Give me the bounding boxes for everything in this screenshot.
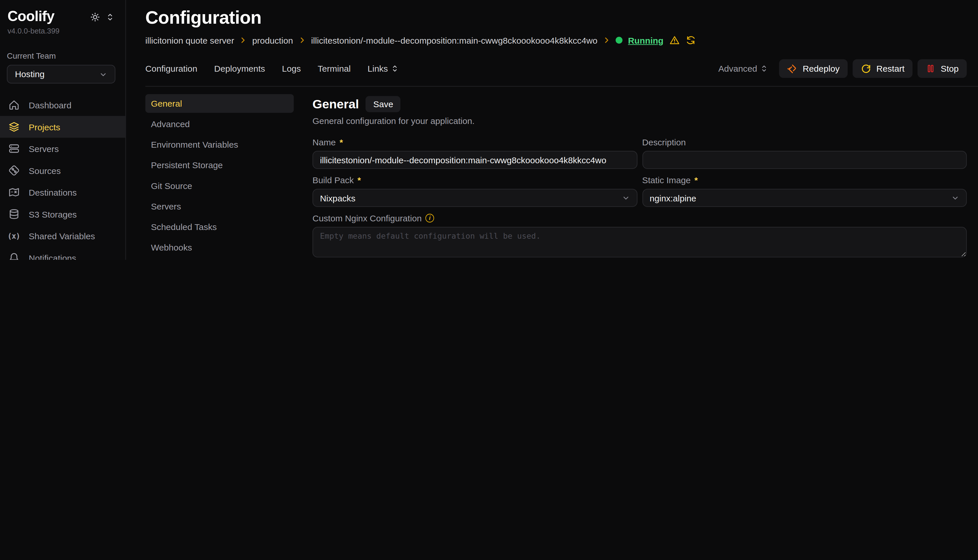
general-form: General Save General configuration for y… <box>313 96 967 260</box>
redeploy-icon <box>787 63 798 74</box>
breadcrumb-chevron-icon <box>298 36 306 44</box>
subnav-scheduled-tasks[interactable]: Scheduled Tasks <box>145 218 294 237</box>
chevron-down-icon <box>622 194 630 202</box>
database-icon <box>8 208 20 220</box>
breadcrumb-application[interactable]: illicitestonion/-module--decomposition:m… <box>311 35 597 45</box>
name-field: Name* <box>313 137 637 169</box>
refresh-icon[interactable] <box>685 35 696 46</box>
build-pack-field: Build Pack* Nixpacks <box>313 175 637 207</box>
save-button[interactable]: Save <box>366 96 401 112</box>
page-title: Configuration <box>145 8 967 28</box>
subnav-git-source[interactable]: Git Source <box>145 176 294 195</box>
stop-icon <box>926 63 936 74</box>
team-select-value: Hosting <box>15 69 45 79</box>
app-version: v4.0.0-beta.399 <box>0 27 125 35</box>
subnav-preview-deployments[interactable]: Preview Deployments <box>145 258 294 260</box>
coolify-app: Coolify v4.0.0-beta.399 Current Team Hos… <box>0 0 978 260</box>
current-team-label: Current Team <box>7 51 125 60</box>
chevron-down-icon <box>99 70 107 78</box>
subnav-persistent-storage[interactable]: Persistent Storage <box>145 156 294 175</box>
tab-terminal[interactable]: Terminal <box>318 63 351 74</box>
subnav-environment-variables[interactable]: Environment Variables <box>145 135 294 154</box>
app-logo: Coolify <box>8 8 54 25</box>
breadcrumb-chevron-icon <box>239 36 247 44</box>
main-area: Configuration illicitonion quote server … <box>127 0 978 260</box>
required-marker: * <box>358 175 361 185</box>
git-source-icon <box>8 164 20 177</box>
custom-nginx-textarea[interactable] <box>313 227 967 257</box>
static-image-field: Static Image* nginx:alpine <box>642 175 967 207</box>
sidebar-item-shared-variables[interactable]: (x) Shared Variables <box>0 225 125 247</box>
subnav-advanced[interactable]: Advanced <box>145 115 294 133</box>
tab-deployments[interactable]: Deployments <box>214 63 265 74</box>
breadcrumb-project[interactable]: illicitonion quote server <box>145 35 234 45</box>
description-input[interactable] <box>642 151 967 169</box>
subnav-webhooks[interactable]: Webhooks <box>145 238 294 257</box>
custom-nginx-field: Custom Nginx Configurationi <box>313 213 967 260</box>
breadcrumb-chevron-icon <box>602 36 610 44</box>
name-input[interactable] <box>313 151 637 169</box>
bell-icon <box>8 252 20 260</box>
section-subtitle: General configuration for your applicati… <box>313 116 967 126</box>
theme-sun-icon[interactable] <box>90 12 100 23</box>
sidebar-item-sources[interactable]: Sources <box>0 160 125 181</box>
sidebar-item-projects[interactable]: Projects <box>0 116 125 138</box>
sidebar-item-s3-storages[interactable]: S3 Storages <box>0 203 125 225</box>
layers-icon <box>8 120 20 133</box>
subnav-servers[interactable]: Servers <box>145 197 294 216</box>
sidebar: Coolify v4.0.0-beta.399 Current Team Hos… <box>0 0 126 260</box>
brand-row: Coolify <box>0 0 125 25</box>
required-marker: * <box>339 137 343 147</box>
sidebar-item-destinations[interactable]: Destinations <box>0 182 125 203</box>
tab-configuration[interactable]: Configuration <box>145 63 197 74</box>
static-image-select[interactable]: nginx:alpine <box>642 189 967 207</box>
tab-logs[interactable]: Logs <box>282 63 301 74</box>
restart-icon <box>861 63 872 74</box>
status-dot <box>616 37 623 43</box>
map-icon <box>8 186 20 198</box>
description-field: Description <box>642 137 967 169</box>
tab-links[interactable]: Links <box>368 63 398 74</box>
chevron-down-icon <box>951 194 959 202</box>
breadcrumb: illicitonion quote server production ill… <box>145 35 967 46</box>
sidebar-item-dashboard[interactable]: Dashboard <box>0 94 125 116</box>
selector-icon <box>391 64 398 73</box>
build-pack-select[interactable]: Nixpacks <box>313 189 637 207</box>
stop-button[interactable]: Stop <box>918 59 967 78</box>
sidebar-item-notifications[interactable]: Notifications <box>0 247 125 260</box>
status-running-link[interactable]: Running <box>628 35 664 45</box>
restart-button[interactable]: Restart <box>853 59 913 78</box>
breadcrumb-environment[interactable]: production <box>252 35 293 45</box>
sidebar-item-servers[interactable]: Servers <box>0 138 125 160</box>
settings-subnav: General Advanced Environment Variables P… <box>145 94 294 260</box>
redeploy-button[interactable]: Redeploy <box>779 59 848 78</box>
section-title: General <box>313 97 359 111</box>
home-icon <box>8 99 20 111</box>
team-select[interactable]: Hosting <box>7 65 115 83</box>
sidebar-nav: Dashboard Projects Servers Sources Desti… <box>0 94 125 260</box>
tab-bar: Configuration Deployments Logs Terminal … <box>145 59 967 78</box>
warning-icon[interactable] <box>669 35 680 46</box>
theme-selector-icon[interactable] <box>106 12 114 22</box>
server-icon <box>8 142 20 155</box>
advanced-toggle[interactable]: Advanced <box>718 63 768 74</box>
required-marker: * <box>694 175 698 185</box>
variables-icon: (x) <box>8 230 20 242</box>
subnav-general[interactable]: General <box>145 94 294 113</box>
selector-icon <box>760 64 768 73</box>
info-icon: i <box>425 213 434 222</box>
